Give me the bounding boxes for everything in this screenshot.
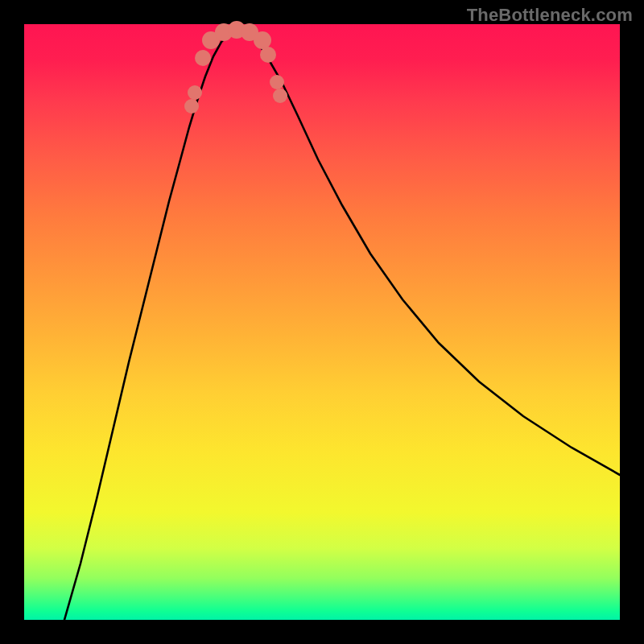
watermark-text: TheBottleneck.com [467, 5, 633, 26]
chart-stage: TheBottleneck.com [0, 0, 644, 644]
highlight-dot [188, 85, 202, 100]
highlight-dot [260, 47, 276, 63]
curve-layer [24, 24, 620, 620]
highlight-dot [184, 99, 199, 114]
highlight-dot [195, 50, 211, 66]
curve-right [237, 30, 620, 475]
highlight-dot [270, 75, 284, 89]
highlight-dot [273, 89, 287, 103]
highlight-dot [254, 31, 271, 49]
highlight-markers [184, 21, 287, 114]
curve-left [64, 30, 237, 620]
plot-area [24, 24, 620, 620]
